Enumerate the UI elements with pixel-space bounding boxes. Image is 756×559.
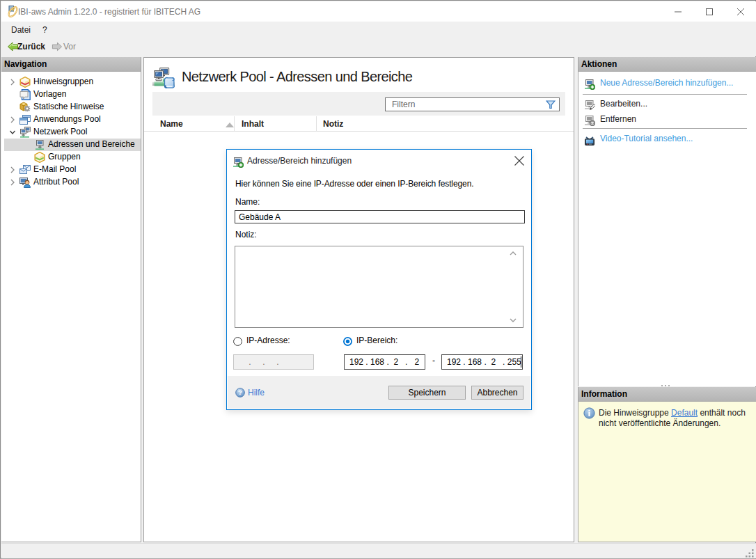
svg-text:?: ?	[238, 388, 242, 396]
